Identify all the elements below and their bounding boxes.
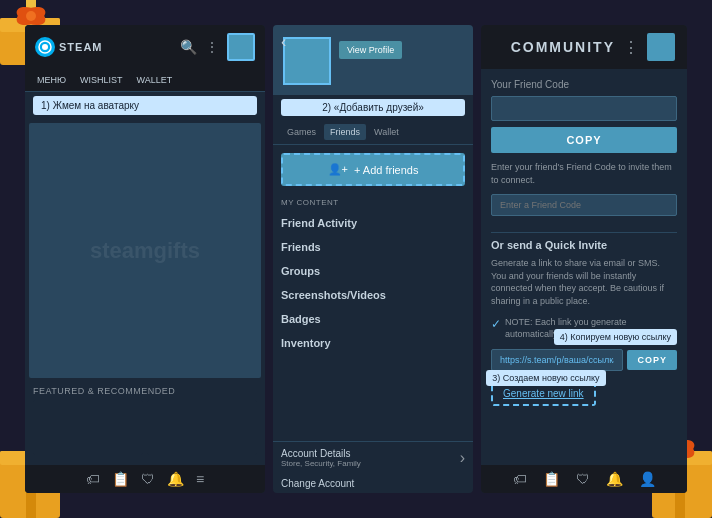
add-friends-label: + Add friends xyxy=(354,164,419,176)
profile-avatar xyxy=(283,37,331,85)
featured-images xyxy=(25,400,265,455)
step3-tooltip: 3) Создаем новую ссылку xyxy=(486,370,605,386)
friends-content: Your Friend Code COPY Enter your friend'… xyxy=(481,69,687,465)
featured-img-2 xyxy=(147,400,257,455)
steam-logo: STEAM xyxy=(35,37,103,57)
right-panel: COMMUNITY ⋮ Your Friend Code COPY Enter … xyxy=(481,25,687,493)
more-icon[interactable]: ⋮ xyxy=(205,39,219,55)
content-friend-activity[interactable]: Friend Activity xyxy=(273,211,473,235)
enter-code-input[interactable] xyxy=(491,194,677,216)
profile-tabs: Games Friends Wallet xyxy=(273,120,473,145)
add-friends-icon: 👤+ xyxy=(328,163,348,176)
nav-wallet[interactable]: WALLET xyxy=(133,73,177,87)
link-row: COPY xyxy=(491,349,677,371)
left-bottom-bar: 🏷 📋 🛡 🔔 ≡ xyxy=(25,465,265,493)
left-content-area: steamgifts xyxy=(29,123,261,378)
tab-friends[interactable]: Friends xyxy=(324,124,366,140)
step1-tooltip: 1) Жмем на аватарку xyxy=(33,96,257,115)
account-details[interactable]: Account Details Store, Security, Family … xyxy=(273,441,473,474)
watermark: steamgifts xyxy=(90,238,200,264)
featured-img-1 xyxy=(33,400,143,455)
community-header: COMMUNITY ⋮ xyxy=(481,25,687,69)
friend-code-input[interactable] xyxy=(491,96,677,121)
nav-wishlist[interactable]: WISHLIST xyxy=(76,73,127,87)
content-friends[interactable]: Friends xyxy=(273,235,473,259)
content-groups[interactable]: Groups xyxy=(273,259,473,283)
step2-tooltip: 2) «Добавить друзей» xyxy=(281,99,465,116)
quick-invite-desc: Generate a link to share via email or SM… xyxy=(491,257,677,307)
bottom-tag-icon[interactable]: 🏷 xyxy=(86,471,100,487)
bottom-bell-icon[interactable]: 🔔 xyxy=(167,471,184,487)
invite-helper-text: Enter your friend's Friend Code to invit… xyxy=(491,161,677,186)
quick-invite-title: Or send a Quick Invite xyxy=(491,239,677,251)
step4-tooltip: 4) Копируем новую ссылку xyxy=(554,329,677,345)
community-title: COMMUNITY xyxy=(511,39,615,55)
right-bottom-user-icon[interactable]: 👤 xyxy=(639,471,656,487)
bottom-list-icon[interactable]: 📋 xyxy=(112,471,129,487)
steam-logo-icon xyxy=(35,37,55,57)
user-avatar[interactable] xyxy=(227,33,255,61)
chevron-right-icon: › xyxy=(460,449,465,467)
nav-menu[interactable]: МЕНЮ xyxy=(33,73,70,87)
friend-code-copy-btn[interactable]: COPY xyxy=(491,127,677,153)
header-icons: 🔍 ⋮ xyxy=(180,33,255,61)
svg-point-22 xyxy=(42,44,48,50)
content-badges[interactable]: Badges xyxy=(273,307,473,331)
back-arrow[interactable]: ‹ xyxy=(281,33,286,51)
content-inventory[interactable]: Inventory xyxy=(273,331,473,355)
generate-section: 3) Создаем новую ссылку Generate new lin… xyxy=(491,377,596,406)
bottom-menu-icon[interactable]: ≡ xyxy=(196,471,204,487)
tab-games[interactable]: Games xyxy=(281,124,322,140)
steam-icon xyxy=(38,40,52,54)
tab-wallet[interactable]: Wallet xyxy=(368,124,405,140)
change-account[interactable]: Change Account xyxy=(273,474,473,493)
search-icon[interactable]: 🔍 xyxy=(180,39,197,55)
right-bottom-list-icon[interactable]: 📋 xyxy=(543,471,560,487)
view-profile-btn[interactable]: View Profile xyxy=(339,41,402,59)
steam-header: STEAM 🔍 ⋮ xyxy=(25,25,265,69)
add-friends-btn[interactable]: 👤+ + Add friends xyxy=(281,153,465,186)
warning-icon: ✓ xyxy=(491,316,501,333)
account-details-text: Account Details xyxy=(281,448,361,459)
main-wrapper: STEAM 🔍 ⋮ МЕНЮ WISHLIST WALLET 1) Жмем н… xyxy=(25,25,687,493)
right-bottom-tag-icon[interactable]: 🏷 xyxy=(513,471,527,487)
steam-logo-text: STEAM xyxy=(59,41,103,53)
my-content-label: MY CONTENT xyxy=(273,194,473,211)
copy-link-btn[interactable]: COPY xyxy=(627,350,677,370)
right-bottom-shield-icon[interactable]: 🛡 xyxy=(576,471,590,487)
nav-bar: МЕНЮ WISHLIST WALLET xyxy=(25,69,265,92)
right-bottom-bar: 🏷 📋 🛡 🔔 👤 xyxy=(481,465,687,493)
divider xyxy=(491,232,677,233)
community-avatar xyxy=(647,33,675,61)
profile-header: View Profile xyxy=(273,25,473,95)
content-screenshots[interactable]: Screenshots/Videos xyxy=(273,283,473,307)
content-list: Friend Activity Friends Groups Screensho… xyxy=(273,211,473,441)
friend-code-label: Your Friend Code xyxy=(491,79,677,90)
left-panel: STEAM 🔍 ⋮ МЕНЮ WISHLIST WALLET 1) Жмем н… xyxy=(25,25,265,493)
link-section: 4) Копируем новую ссылку COPY xyxy=(491,349,677,371)
svg-point-7 xyxy=(26,11,36,21)
bottom-shield-icon[interactable]: 🛡 xyxy=(141,471,155,487)
right-bottom-bell-icon[interactable]: 🔔 xyxy=(606,471,623,487)
link-input xyxy=(491,349,623,371)
account-subtitle: Store, Security, Family xyxy=(281,459,361,468)
featured-label: FEATURED & RECOMMENDED xyxy=(25,382,265,400)
community-dots[interactable]: ⋮ xyxy=(623,38,639,57)
middle-panel: ‹ View Profile 2) «Добавить друзей» Game… xyxy=(273,25,473,493)
